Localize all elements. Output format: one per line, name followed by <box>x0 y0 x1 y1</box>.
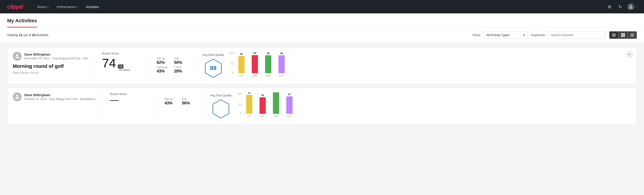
avatar-2 <box>13 92 22 101</box>
avg-shot-quality-label: Avg Shot Quality <box>202 53 224 56</box>
user-name-2: Dave Billingham <box>24 93 95 97</box>
hexagon-value: 89 <box>210 65 216 72</box>
fw-hit-label-2: FW Hit <box>164 98 178 101</box>
gir-value: 50% <box>174 60 188 65</box>
teams-chevron-icon: ▾ <box>48 6 49 8</box>
main-content: ✏ Dave Billingham December 05, 2021 - Go… <box>0 42 644 133</box>
round-score-label-2: Round Score <box>110 92 150 96</box>
activity-type-select-wrapper: All Activity Types <box>483 31 528 39</box>
fw-hit-stat: FW Hit 62% <box>157 57 170 65</box>
one-putt-value: 28% <box>174 69 188 74</box>
svg-text:100: 100 <box>238 92 241 95</box>
quality-header: Avg Shot Quality 89 <box>202 53 224 78</box>
gir-label: GIR <box>174 57 188 60</box>
hexagon-container-2 <box>210 99 232 119</box>
svg-rect-23 <box>265 55 271 73</box>
updown-stat: Up/Down 43% <box>157 66 170 74</box>
svg-rect-9 <box>630 36 634 36</box>
round-score-section: Round Score 74 +4 18 Holes <box>102 52 142 72</box>
svg-rect-36 <box>246 95 252 114</box>
card-left: Dave Billingham December 05, 2021 - Gog … <box>13 52 88 74</box>
svg-text:89: 89 <box>267 52 270 55</box>
svg-rect-39 <box>260 97 266 114</box>
svg-text:PUTT: PUTT <box>279 75 284 77</box>
card-divider-3 <box>195 52 195 80</box>
bar-chart-container-2: 100 50 0 94 OTT 82 APP 106 <box>237 92 631 120</box>
svg-text:50: 50 <box>239 103 242 106</box>
activity-type-select[interactable]: All Activity Types <box>483 31 528 39</box>
nav-item-performance[interactable]: Performance ▾ <box>54 3 81 10</box>
show-filter-group: Show: All Activity Types <box>472 31 528 39</box>
score-placeholder <box>110 100 119 101</box>
holes-label: 18 Holes <box>119 68 130 72</box>
card-divider-6 <box>203 92 203 120</box>
svg-text:0: 0 <box>240 112 241 115</box>
svg-rect-6 <box>623 35 625 37</box>
activity-name: Morning round of golf <box>13 63 88 69</box>
add-button[interactable]: ⊕ <box>606 3 613 10</box>
gir-stat-2: GIR 56% <box>182 98 196 106</box>
round-score-section-2: Round Score <box>110 92 150 101</box>
svg-rect-26 <box>278 55 285 73</box>
gir-label-2: GIR <box>182 98 196 101</box>
svg-rect-17 <box>238 56 244 73</box>
user-date-2: October 16, 2021 - Gog Magog Golf Club -… <box>24 97 95 100</box>
filters-bar: Viewing 12 out of 29 Activities Show: Al… <box>0 28 644 42</box>
one-putt-label: 1 Putt <box>174 66 188 69</box>
keywords-label: Keywords: <box>531 33 546 37</box>
viewing-total: 29 <box>32 33 36 37</box>
svg-rect-4 <box>623 33 625 35</box>
svg-text:85: 85 <box>240 53 243 55</box>
svg-text:87: 87 <box>288 93 291 96</box>
svg-text:APP: APP <box>260 115 265 118</box>
hexagon-2 <box>212 99 230 119</box>
avg-shot-quality-label-2: Avg Shot Quality <box>210 94 232 97</box>
svg-rect-8 <box>630 35 634 35</box>
svg-text:ARG: ARG <box>274 115 278 118</box>
svg-rect-5 <box>621 35 623 37</box>
view-list-dense-button[interactable] <box>610 32 618 38</box>
refresh-button[interactable]: ↻ <box>616 3 624 10</box>
svg-text:100: 100 <box>230 52 234 54</box>
user-chevron-icon: ▾ <box>636 6 637 8</box>
svg-text:106: 106 <box>274 92 278 93</box>
filters-right: Show: All Activity Types Keywords: <box>472 31 637 39</box>
updown-label: Up/Down <box>157 66 170 69</box>
svg-marker-29 <box>213 100 229 118</box>
view-list-button[interactable] <box>628 32 637 38</box>
svg-text:94: 94 <box>248 92 251 94</box>
gir-value-2: 56% <box>182 101 196 106</box>
svg-rect-20 <box>252 55 258 73</box>
card-divider <box>94 52 95 80</box>
svg-rect-45 <box>286 96 292 114</box>
fw-hit-value: 62% <box>157 60 170 65</box>
card-left-2: Dave Billingham October 16, 2021 - Gog M… <box>13 92 95 104</box>
svg-text:0: 0 <box>232 72 234 74</box>
edit-button[interactable]: ✏ <box>626 51 633 58</box>
svg-text:89: 89 <box>280 52 283 55</box>
svg-text:PUTT: PUTT <box>286 115 292 118</box>
svg-rect-42 <box>273 92 279 114</box>
keyword-search-input[interactable] <box>548 31 606 39</box>
avatar <box>13 52 22 61</box>
svg-text:OTT: OTT <box>239 75 244 77</box>
show-label: Show: <box>472 33 481 37</box>
user-name: Dave Billingham <box>24 52 88 56</box>
round-score-label: Round Score <box>102 52 142 55</box>
user-details-2: Dave Billingham October 16, 2021 - Gog M… <box>24 93 95 100</box>
data-source: Data Source: Arccos <box>13 71 88 74</box>
svg-rect-7 <box>630 34 634 34</box>
gir-stat: GIR 50% <box>174 57 188 65</box>
svg-text:50: 50 <box>231 63 234 65</box>
nav-item-teams[interactable]: Teams ▾ <box>34 3 52 10</box>
user-date: December 05, 2021 - Gog Magog Golf Club … <box>24 57 88 60</box>
view-grid-button[interactable] <box>618 32 628 38</box>
nav-item-activities[interactable]: Activities <box>83 3 102 10</box>
score-badge: +4 <box>118 64 124 68</box>
avg-shot-quality-section-2: Avg Shot Quality 100 50 0 <box>210 92 631 120</box>
logo[interactable]: clippd <box>7 3 23 10</box>
fw-hit-stat-2: FW Hit 43% <box>164 98 178 106</box>
sub-stats: FW Hit 62% GIR 50% Up/Down 43% 1 Putt 28… <box>157 52 188 74</box>
svg-rect-3 <box>621 33 623 35</box>
user-menu-button[interactable]: ▾ <box>627 3 637 10</box>
